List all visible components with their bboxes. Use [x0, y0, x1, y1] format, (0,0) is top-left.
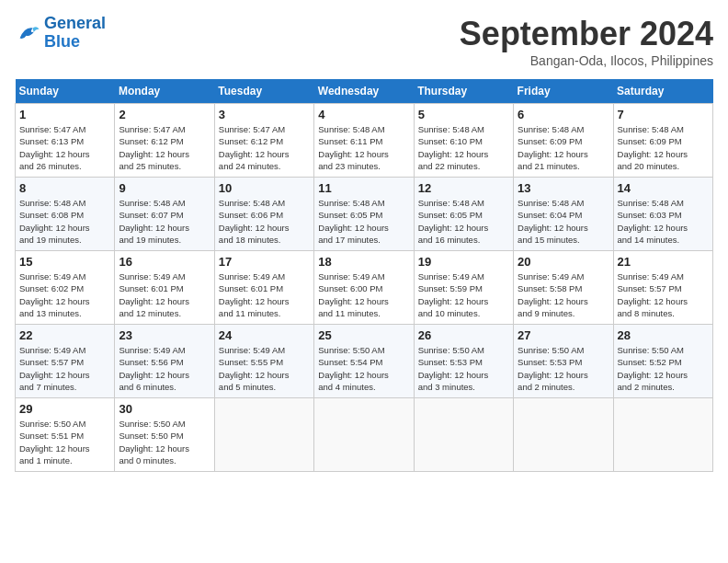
day-number: 9: [119, 181, 210, 195]
calendar-week-3: 15Sunrise: 5:49 AM Sunset: 6:02 PM Dayli…: [16, 251, 713, 325]
calendar-cell: 15Sunrise: 5:49 AM Sunset: 6:02 PM Dayli…: [16, 251, 115, 325]
day-info: Sunrise: 5:49 AM Sunset: 5:55 PM Dayligh…: [219, 344, 310, 393]
day-number: 20: [518, 255, 609, 269]
calendar-week-2: 8Sunrise: 5:48 AM Sunset: 6:08 PM Daylig…: [16, 178, 713, 251]
calendar-cell: 1Sunrise: 5:47 AM Sunset: 6:13 PM Daylig…: [16, 104, 115, 178]
logo-text: General Blue: [44, 15, 106, 52]
day-info: Sunrise: 5:48 AM Sunset: 6:08 PM Dayligh…: [19, 197, 110, 246]
calendar-cell: 7Sunrise: 5:48 AM Sunset: 6:09 PM Daylig…: [613, 104, 712, 178]
day-info: Sunrise: 5:50 AM Sunset: 5:54 PM Dayligh…: [318, 344, 409, 393]
day-number: 25: [318, 328, 409, 342]
calendar-week-5: 29Sunrise: 5:50 AM Sunset: 5:51 PM Dayli…: [16, 398, 713, 472]
calendar-cell: 25Sunrise: 5:50 AM Sunset: 5:54 PM Dayli…: [314, 325, 414, 398]
day-number: 27: [518, 328, 609, 342]
calendar-cell: 8Sunrise: 5:48 AM Sunset: 6:08 PM Daylig…: [16, 178, 115, 251]
day-info: Sunrise: 5:49 AM Sunset: 5:58 PM Dayligh…: [518, 270, 609, 319]
day-info: Sunrise: 5:49 AM Sunset: 5:56 PM Dayligh…: [119, 344, 210, 393]
day-info: Sunrise: 5:50 AM Sunset: 5:53 PM Dayligh…: [518, 344, 609, 393]
calendar-table: SundayMondayTuesdayWednesdayThursdayFrid…: [15, 79, 713, 472]
day-info: Sunrise: 5:48 AM Sunset: 6:06 PM Dayligh…: [219, 197, 310, 246]
calendar-cell: 6Sunrise: 5:48 AM Sunset: 6:09 PM Daylig…: [514, 104, 613, 178]
day-number: 4: [318, 108, 409, 121]
day-info: Sunrise: 5:48 AM Sunset: 6:07 PM Dayligh…: [119, 197, 210, 246]
weekday-header-row: SundayMondayTuesdayWednesdayThursdayFrid…: [16, 79, 713, 104]
weekday-header-sunday: Sunday: [16, 79, 115, 104]
calendar-cell: 12Sunrise: 5:48 AM Sunset: 6:05 PM Dayli…: [414, 178, 513, 251]
calendar-cell: 5Sunrise: 5:48 AM Sunset: 6:10 PM Daylig…: [414, 104, 513, 178]
day-info: Sunrise: 5:50 AM Sunset: 5:52 PM Dayligh…: [618, 344, 709, 393]
day-info: Sunrise: 5:48 AM Sunset: 6:09 PM Dayligh…: [618, 123, 709, 172]
day-number: 24: [219, 328, 310, 342]
day-info: Sunrise: 5:50 AM Sunset: 5:51 PM Dayligh…: [19, 418, 110, 466]
calendar-cell: 19Sunrise: 5:49 AM Sunset: 5:59 PM Dayli…: [414, 251, 513, 325]
page-header: General Blue September 2024 Bangan-Oda, …: [15, 15, 713, 68]
location: Bangan-Oda, Ilocos, Philippines: [460, 53, 713, 68]
day-number: 22: [19, 328, 110, 342]
day-number: 11: [318, 181, 409, 195]
calendar-cell: [514, 398, 613, 472]
day-number: 14: [618, 181, 709, 195]
calendar-cell: 11Sunrise: 5:48 AM Sunset: 6:05 PM Dayli…: [314, 178, 414, 251]
day-info: Sunrise: 5:48 AM Sunset: 6:04 PM Dayligh…: [518, 197, 609, 246]
day-info: Sunrise: 5:49 AM Sunset: 5:57 PM Dayligh…: [19, 344, 110, 393]
calendar-cell: 28Sunrise: 5:50 AM Sunset: 5:52 PM Dayli…: [613, 325, 712, 398]
day-number: 18: [318, 255, 409, 269]
day-number: 13: [518, 181, 609, 195]
logo-icon: [15, 20, 40, 46]
day-info: Sunrise: 5:48 AM Sunset: 6:11 PM Dayligh…: [318, 123, 409, 172]
day-number: 12: [418, 181, 509, 195]
day-info: Sunrise: 5:49 AM Sunset: 6:01 PM Dayligh…: [119, 270, 210, 319]
day-number: 21: [618, 255, 709, 269]
day-info: Sunrise: 5:48 AM Sunset: 6:03 PM Dayligh…: [618, 197, 709, 246]
weekday-header-friday: Friday: [514, 79, 613, 104]
weekday-header-thursday: Thursday: [414, 79, 513, 104]
calendar-cell: [314, 398, 414, 472]
calendar-cell: 29Sunrise: 5:50 AM Sunset: 5:51 PM Dayli…: [16, 398, 115, 472]
day-number: 17: [219, 255, 310, 269]
calendar-cell: 20Sunrise: 5:49 AM Sunset: 5:58 PM Dayli…: [514, 251, 613, 325]
day-number: 6: [518, 108, 609, 121]
title-block: September 2024 Bangan-Oda, Ilocos, Phili…: [460, 15, 713, 68]
calendar-cell: 9Sunrise: 5:48 AM Sunset: 6:07 PM Daylig…: [115, 178, 214, 251]
weekday-header-monday: Monday: [115, 79, 214, 104]
day-info: Sunrise: 5:48 AM Sunset: 6:05 PM Dayligh…: [318, 197, 409, 246]
day-info: Sunrise: 5:47 AM Sunset: 6:13 PM Dayligh…: [19, 123, 110, 172]
day-number: 26: [418, 328, 509, 342]
calendar-cell: 26Sunrise: 5:50 AM Sunset: 5:53 PM Dayli…: [414, 325, 513, 398]
calendar-week-1: 1Sunrise: 5:47 AM Sunset: 6:13 PM Daylig…: [16, 104, 713, 178]
calendar-cell: 4Sunrise: 5:48 AM Sunset: 6:11 PM Daylig…: [314, 104, 414, 178]
day-number: 23: [119, 328, 210, 342]
month-title: September 2024: [460, 15, 713, 53]
weekday-header-saturday: Saturday: [613, 79, 712, 104]
calendar-cell: 22Sunrise: 5:49 AM Sunset: 5:57 PM Dayli…: [16, 325, 115, 398]
logo: General Blue: [15, 15, 106, 52]
day-info: Sunrise: 5:47 AM Sunset: 6:12 PM Dayligh…: [119, 123, 210, 172]
day-number: 3: [219, 108, 310, 121]
day-info: Sunrise: 5:49 AM Sunset: 5:59 PM Dayligh…: [418, 270, 509, 319]
day-info: Sunrise: 5:49 AM Sunset: 5:57 PM Dayligh…: [618, 270, 709, 319]
day-number: 16: [119, 255, 210, 269]
day-number: 10: [219, 181, 310, 195]
day-number: 30: [119, 402, 210, 416]
day-number: 1: [19, 108, 110, 121]
day-info: Sunrise: 5:49 AM Sunset: 6:01 PM Dayligh…: [219, 270, 310, 319]
calendar-cell: 3Sunrise: 5:47 AM Sunset: 6:12 PM Daylig…: [214, 104, 313, 178]
calendar-cell: 2Sunrise: 5:47 AM Sunset: 6:12 PM Daylig…: [115, 104, 214, 178]
weekday-header-wednesday: Wednesday: [314, 79, 414, 104]
day-info: Sunrise: 5:50 AM Sunset: 5:50 PM Dayligh…: [119, 418, 210, 466]
calendar-cell: 23Sunrise: 5:49 AM Sunset: 5:56 PM Dayli…: [115, 325, 214, 398]
calendar-cell: 30Sunrise: 5:50 AM Sunset: 5:50 PM Dayli…: [115, 398, 214, 472]
calendar-cell: 14Sunrise: 5:48 AM Sunset: 6:03 PM Dayli…: [613, 178, 712, 251]
day-number: 5: [418, 108, 509, 121]
day-number: 7: [618, 108, 709, 121]
calendar-cell: 17Sunrise: 5:49 AM Sunset: 6:01 PM Dayli…: [214, 251, 313, 325]
day-number: 29: [19, 402, 110, 416]
day-info: Sunrise: 5:50 AM Sunset: 5:53 PM Dayligh…: [418, 344, 509, 393]
day-info: Sunrise: 5:48 AM Sunset: 6:09 PM Dayligh…: [518, 123, 609, 172]
day-info: Sunrise: 5:48 AM Sunset: 6:10 PM Dayligh…: [418, 123, 509, 172]
day-info: Sunrise: 5:48 AM Sunset: 6:05 PM Dayligh…: [418, 197, 509, 246]
calendar-cell: 16Sunrise: 5:49 AM Sunset: 6:01 PM Dayli…: [115, 251, 214, 325]
day-number: 28: [618, 328, 709, 342]
day-info: Sunrise: 5:49 AM Sunset: 6:02 PM Dayligh…: [19, 270, 110, 319]
day-number: 19: [418, 255, 509, 269]
